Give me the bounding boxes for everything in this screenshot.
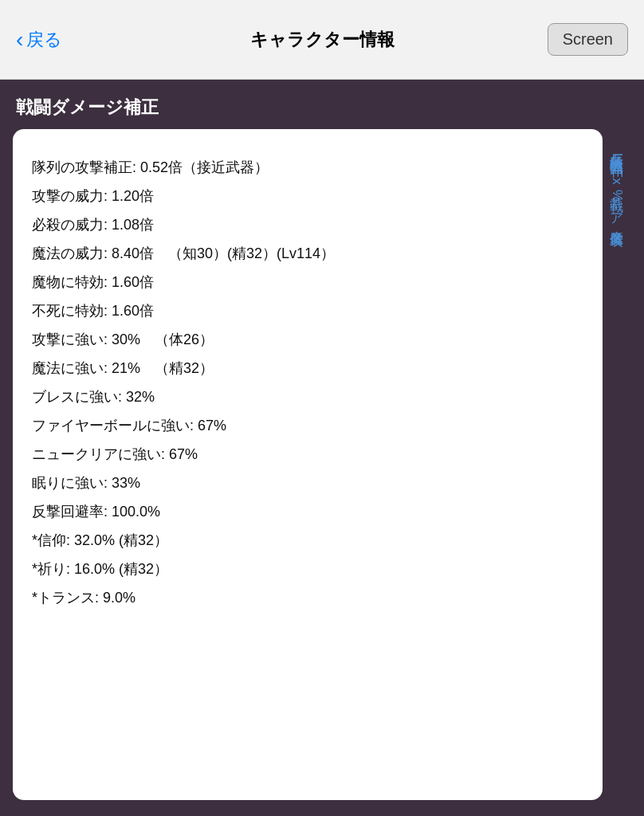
navigation-bar: ‹ 戻る キャラクター情報 Screen <box>0 0 644 80</box>
side-nav-item[interactable]: Ex <box>607 169 626 185</box>
stat-line: 眠りに強い: 33% <box>32 469 583 497</box>
stat-line: *信仰: 32.0% (精32） <box>32 526 583 555</box>
side-nav-item[interactable]: % <box>607 190 626 202</box>
page-title: キャラクター情報 <box>250 28 395 52</box>
stat-line: 反撃回避率: 100.0% <box>32 497 583 526</box>
chevron-left-icon: ‹ <box>16 27 23 53</box>
stat-line: *トランス: 9.0% <box>32 583 583 612</box>
side-nav-item[interactable]: ア <box>607 203 626 218</box>
stat-line: 魔物に特効: 1.60倍 <box>32 268 583 296</box>
side-navigation: 名絵種職前固LvEx基戦%ア魔僧装ス <box>603 96 631 800</box>
stat-line: ブレスに強い: 32% <box>32 382 583 411</box>
content-area: 戦闘ダメージ補正 隊列の攻撃補正: 0.52倍（接近武器）攻撃の威力: 1.20… <box>0 80 644 816</box>
stat-line: 魔法の威力: 8.40倍 （知30）(精32）(Lv114） <box>32 239 583 268</box>
section-header: 戦闘ダメージ補正 <box>13 96 603 120</box>
screen-button[interactable]: Screen <box>548 23 628 56</box>
main-content: 戦闘ダメージ補正 隊列の攻撃補正: 0.52倍（接近武器）攻撃の威力: 1.20… <box>13 96 603 800</box>
stat-line: ファイヤーボールに強い: 67% <box>32 411 583 440</box>
stat-line: 不死に特効: 1.60倍 <box>32 296 583 325</box>
back-label: 戻る <box>26 28 62 52</box>
stat-line: 必殺の威力: 1.08倍 <box>32 210 583 239</box>
stat-line: 魔法に強い: 21% （精32） <box>32 354 583 382</box>
stat-line: *祈り: 16.0% (精32） <box>32 555 583 583</box>
side-nav-item[interactable]: Lv <box>607 153 626 167</box>
stat-line: 攻撃の威力: 1.20倍 <box>32 182 583 210</box>
stat-line: 隊列の攻撃補正: 0.52倍（接近武器） <box>32 153 583 182</box>
side-nav-item[interactable]: ス <box>607 225 626 240</box>
back-button[interactable]: ‹ 戻る <box>16 27 62 53</box>
stat-line: 攻撃に強い: 30% （体26） <box>32 325 583 354</box>
stat-line: ニュークリアに強い: 67% <box>32 440 583 469</box>
stats-card: 隊列の攻撃補正: 0.52倍（接近武器）攻撃の威力: 1.20倍必殺の威力: 1… <box>13 129 603 800</box>
